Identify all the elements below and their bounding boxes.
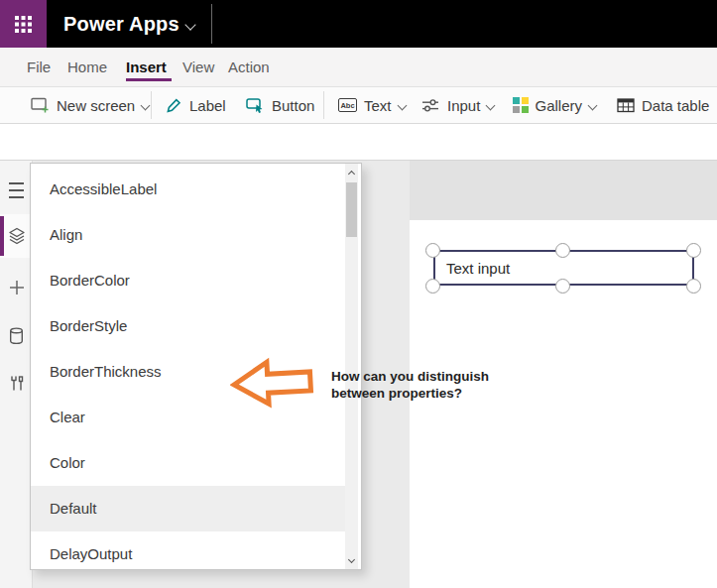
tools-icon[interactable] [0, 375, 33, 393]
input-label: Input [447, 97, 480, 114]
resize-handle-top-left[interactable] [425, 243, 440, 258]
new-screen-button[interactable]: New screen [31, 87, 149, 123]
resize-handle-top-center[interactable] [555, 243, 570, 258]
button-label: Button [272, 97, 314, 114]
layers-icon[interactable] [0, 227, 33, 245]
app-title[interactable]: Power Apps [63, 0, 179, 48]
button-button[interactable]: Button [246, 87, 314, 123]
formula-bar: Default = fx "Text input" [0, 124, 717, 161]
gallery-icon [513, 97, 529, 113]
menu-home[interactable]: Home [67, 48, 107, 86]
new-screen-label: New screen [57, 97, 135, 114]
top-bar: Power Apps [0, 0, 717, 48]
waffle-icon [15, 16, 32, 33]
chevron-down-icon [588, 100, 598, 110]
menu-bar: File Home Insert View Action [0, 48, 717, 87]
toolbar-divider [323, 91, 324, 119]
annotation-text: How can you distinguish between properti… [331, 368, 510, 402]
toolbar-divider [151, 91, 152, 119]
gallery-label: Gallery [536, 97, 583, 114]
canvas-backdrop [410, 161, 717, 220]
annotation-line-1: How can you distinguish [331, 368, 510, 385]
pencil-icon [166, 97, 182, 114]
ribbon-toolbar: New screen Label Button Abc Text [0, 87, 717, 124]
data-table-label: Data table [642, 97, 709, 114]
menu-action[interactable]: Action [228, 48, 270, 86]
gallery-menu-button[interactable]: Gallery [513, 87, 596, 123]
scroll-up-arrow-icon[interactable] [345, 166, 358, 181]
data-table-button[interactable]: Data table [617, 87, 709, 123]
left-sidebar [0, 161, 33, 588]
dropdown-item-accessiblelabel[interactable]: AccessibleLabel [31, 167, 346, 212]
dropdown-item-bordercolor[interactable]: BorderColor [31, 258, 346, 303]
dropdown-item-borderstyle[interactable]: BorderStyle [31, 303, 346, 349]
dropdown-item-align[interactable]: Align [31, 212, 346, 258]
menu-view[interactable]: View [182, 48, 214, 86]
resize-handle-top-right[interactable] [686, 243, 701, 258]
chevron-down-icon[interactable] [184, 19, 195, 30]
chevron-down-icon [486, 100, 496, 110]
dropdown-item-delayoutput[interactable]: DelayOutput [31, 531, 346, 570]
label-label: Label [189, 97, 226, 114]
chevron-down-icon [141, 100, 151, 110]
new-screen-icon [31, 97, 50, 113]
app-launcher-button[interactable] [0, 0, 47, 48]
text-input-value: Text input [446, 260, 510, 277]
annotation-line-2: between properties? [331, 385, 510, 402]
data-source-icon[interactable] [0, 327, 33, 345]
active-tab-underline [126, 78, 172, 81]
input-menu-button[interactable]: Input [421, 87, 494, 123]
sliders-icon [421, 98, 440, 113]
power-apps-studio: Power Apps File Home Insert View Action … [0, 0, 717, 588]
dropdown-item-default[interactable]: Default [31, 486, 346, 531]
resize-handle-bottom-center[interactable] [555, 279, 570, 294]
abc-icon: Abc [338, 98, 357, 112]
scroll-down-arrow-icon[interactable] [345, 551, 358, 567]
annotation-arrow-icon [229, 353, 316, 412]
label-button[interactable]: Label [166, 87, 226, 123]
dropdown-item-color[interactable]: Color [31, 440, 346, 486]
text-menu-button[interactable]: Abc Text [338, 87, 406, 123]
menu-file[interactable]: File [27, 48, 51, 86]
button-icon [246, 97, 265, 114]
resize-handle-bottom-left[interactable] [425, 279, 440, 294]
dropdown-scrollbar[interactable] [345, 164, 358, 569]
scrollbar-thumb[interactable] [346, 182, 357, 237]
chevron-down-icon [397, 100, 407, 110]
text-label: Text [364, 97, 392, 114]
plus-icon[interactable] [0, 280, 33, 295]
table-icon [617, 98, 635, 113]
topbar-divider [211, 4, 212, 44]
hamburger-icon[interactable] [0, 179, 33, 200]
resize-handle-bottom-right[interactable] [686, 279, 701, 294]
